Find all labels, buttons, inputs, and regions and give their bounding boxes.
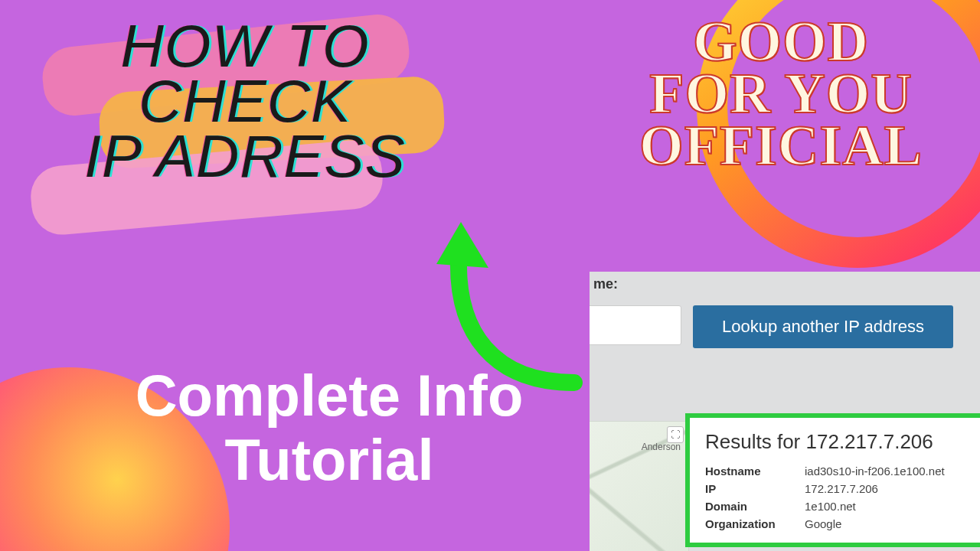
results-heading-prefix: Results for [705, 430, 806, 453]
ip-input[interactable] [590, 305, 681, 345]
subtitle-line: Complete Info [92, 364, 567, 428]
brand-line: FOR YOU [605, 67, 957, 119]
title-line: CHECK [46, 74, 444, 129]
brand-line: GOOD [605, 15, 957, 67]
results-value: iad30s10-in-f206.1e100.net [805, 465, 968, 478]
results-heading-ip: 172.217.7.206 [806, 430, 933, 453]
map-city-label: Anderson [642, 442, 681, 452]
results-value: 172.217.7.206 [805, 482, 968, 495]
lookup-panel: me: Lookup another IP address Athens And… [590, 272, 980, 551]
map-preview[interactable]: Athens Anderson ⛶ [590, 421, 689, 551]
results-key: Organization [705, 517, 805, 530]
lookup-button[interactable]: Lookup another IP address [693, 305, 953, 348]
title-line: IP ADRESS [46, 129, 444, 184]
results-key: Domain [705, 500, 805, 513]
map-expand-icon[interactable]: ⛶ [667, 426, 684, 443]
results-heading: Results for 172.217.7.206 [705, 430, 968, 454]
subtitle-line: Tutorial [92, 428, 567, 492]
results-key: Hostname [705, 465, 805, 478]
results-row: IP 172.217.7.206 [705, 482, 968, 495]
results-value: Google [805, 517, 968, 530]
subtitle: Complete Info Tutorial [92, 364, 567, 491]
main-title: HOW TO CHECK IP ADRESS [46, 19, 444, 184]
lookup-button-label: Lookup another IP address [722, 317, 924, 337]
brand-title: GOOD FOR YOU OFFICIAL [605, 15, 957, 171]
results-row: Hostname iad30s10-in-f206.1e100.net [705, 465, 968, 478]
results-box: Results for 172.217.7.206 Hostname iad30… [685, 413, 980, 547]
results-value: 1e100.net [805, 500, 968, 513]
brand-line: OFFICIAL [605, 119, 957, 171]
title-line: HOW TO [46, 19, 444, 74]
results-row: Organization Google [705, 517, 968, 530]
input-label-fragment: me: [593, 276, 618, 292]
results-row: Domain 1e100.net [705, 500, 968, 513]
results-key: IP [705, 482, 805, 495]
